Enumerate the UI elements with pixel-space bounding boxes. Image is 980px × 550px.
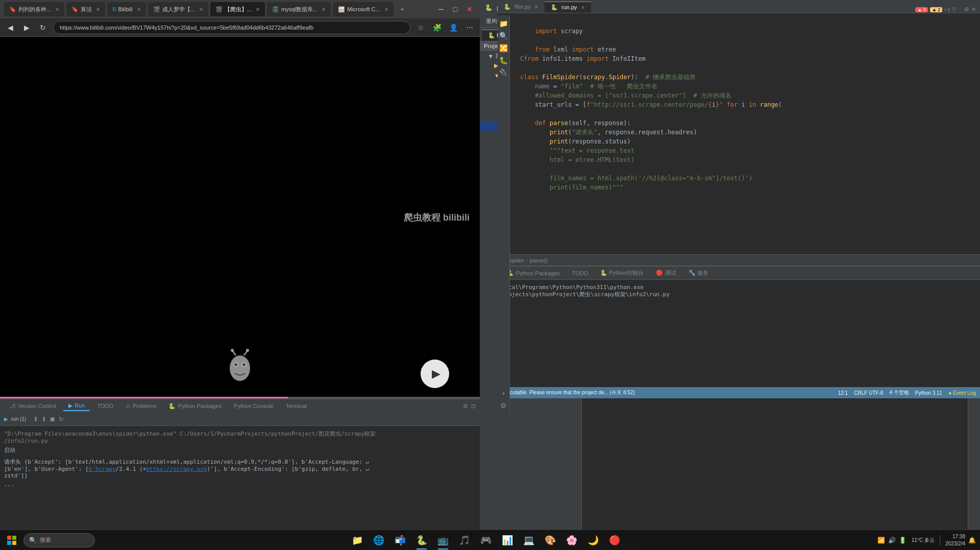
bottom-panel: ⎇ Version Control ▶ Run TODO ⚠ Problems … [0, 398, 480, 550]
close-button[interactable]: ✕ [463, 3, 476, 15]
right-tab-python-packages[interactable]: 🐍 Python Packages [502, 269, 565, 277]
right-editor-panel: 🐍 film.py ✕ 🐍 run.py ✕ ▲ 3 ▲ 2 • 3 ▽ ⚙ ✕ [498, 0, 980, 398]
maximize-button[interactable]: □ [449, 3, 461, 15]
ide-icon-4[interactable]: 🐛 [499, 56, 508, 64]
taskbar-edge[interactable]: 🌐 [369, 531, 388, 549]
taskbar-app4[interactable]: 🌸 [562, 531, 581, 549]
ide-icon-2[interactable]: 🔍 [499, 32, 508, 40]
video-watermark: 爬虫教程 bilibili [404, 211, 470, 224]
battery-icon[interactable]: 🔋 [899, 537, 906, 544]
taskbar-center: 📁 🌐 📬 🐍 📺 🎵 🎮 📊 💻 🎨 🌸 [99, 531, 873, 549]
extensions-button[interactable]: 🧩 [431, 21, 443, 34]
terminal-output: "D:\Program Files\anaconda3\envs\spider\… [0, 426, 480, 539]
right-tab-film[interactable]: 🐍 film.py ✕ [498, 2, 545, 13]
address-bar[interactable] [53, 21, 410, 34]
right-tab-todo[interactable]: TODO [567, 269, 594, 277]
tab-label: Microsoft C... [347, 6, 380, 12]
refresh-button[interactable]: ↻ [37, 21, 49, 34]
browser-tab-2[interactable]: 🔖 算法 ✕ [66, 2, 105, 16]
tray-divider [940, 535, 940, 545]
back-button[interactable]: ◀ [4, 21, 16, 34]
weather-widget[interactable]: 11°C 多云 [912, 537, 935, 544]
ide-icon-1[interactable]: 📁 [499, 19, 508, 28]
clock-date: 2023/2/4 [945, 540, 965, 547]
svg-point-8 [246, 349, 249, 352]
tab-run[interactable]: ▶ Run [63, 401, 90, 411]
browser-tab-active[interactable]: 🎬 【爬虫】... ✕ [210, 2, 265, 16]
taskbar-gaming[interactable]: 🎮 [476, 531, 496, 549]
volume-icon[interactable]: 🔊 [888, 537, 896, 544]
right-tab-run[interactable]: 🐍 run.py ✕ [545, 2, 591, 13]
close-panel-icon[interactable]: ✕ [971, 6, 976, 13]
right-tab-python-console[interactable]: 🐍 Python控制台 [595, 268, 648, 278]
right-expand-icon[interactable]: ▽ [952, 6, 956, 13]
taskbar-browser[interactable]: 📺 [433, 531, 453, 549]
taskbar-app1[interactable]: 📊 [498, 531, 517, 549]
browser-tabs: 🔖 列列的各种... ✕ 🔖 算法 ✕ B Bilibili ✕ 🎬 成人梦学【… [0, 0, 480, 18]
browser-tab-bilibili[interactable]: B Bilibili ✕ [107, 2, 145, 16]
browser-tab-new[interactable]: + [396, 2, 409, 16]
ide-icon-gear[interactable]: ⚙ [500, 401, 507, 410]
bookmark-button[interactable]: ☆ [414, 21, 427, 34]
notification-icon[interactable]: 🔔 [968, 537, 976, 544]
minimize-button[interactable]: ─ [435, 3, 447, 15]
ide-icon-5[interactable]: 🔌 [499, 68, 508, 77]
video-player[interactable]: 爬虫教程 bilibili ▶ [0, 37, 480, 398]
scrapy-url-link[interactable]: https://scrapy.org [146, 466, 207, 472]
tab-label: 成人梦学【... [162, 6, 195, 13]
right-editor-tabs: 🐍 film.py ✕ 🐍 run.py ✕ ▲ 3 ▲ 2 • 3 ▽ ⚙ ✕ [498, 0, 980, 13]
play-button[interactable]: ▶ [421, 360, 449, 388]
side-toolbar: 📁 🔍 🔀 🐛 🔌 + ⚙ [498, 15, 510, 414]
taskbar-app3[interactable]: 🎨 [541, 531, 560, 549]
tab-todo[interactable]: TODO [92, 402, 118, 410]
browser-tab-ms[interactable]: 🪟 Microsoft C... ✕ [333, 2, 394, 16]
tab-problems[interactable]: ⚠ Problems [120, 402, 161, 411]
search-icon: 🔍 [29, 537, 37, 544]
browser-window: 🔖 列列的各种... ✕ 🔖 算法 ✕ B Bilibili ✕ 🎬 成人梦学【… [0, 0, 480, 398]
right-code-editor[interactable]: import scrapy from lxml import etree Cfr… [498, 13, 980, 254]
right-bottom-panel: 🐍 Python Packages TODO 🐍 Python控制台 🔴 调试 … [498, 266, 980, 398]
taskbar-app6[interactable]: 🔴 [605, 531, 624, 549]
taskbar-files[interactable]: 📁 [348, 531, 367, 549]
menu-button[interactable]: ⋯ [463, 21, 476, 34]
temperature: 11°C 多云 [912, 537, 935, 544]
taskbar-pycharm[interactable]: 🐍 [412, 531, 431, 549]
svg-rect-12 [12, 541, 16, 545]
browser-tab-4[interactable]: 🎬 成人梦学【... ✕ [148, 2, 208, 16]
taskbar-app5[interactable]: 🌙 [583, 531, 603, 549]
taskbar-mail[interactable]: 📬 [390, 531, 410, 549]
tab-label: Bilibili [118, 6, 133, 12]
taskbar-music[interactable]: 🎵 [455, 531, 474, 549]
taskbar-left: 🔍 搜索 [0, 533, 99, 548]
tab-python-packages[interactable]: 🐍 Python Packages [163, 402, 227, 411]
system-clock[interactable]: 17:38 2023/2/4 [945, 533, 965, 547]
tab-version-control[interactable]: ⎇ Version Control [4, 402, 61, 411]
tab-label: mysql数据库... [281, 6, 317, 13]
browser-tab-mysql[interactable]: 🗄️ mysql数据库... ✕ [267, 2, 331, 16]
bottom-panel-tabs: ⎇ Version Control ▶ Run TODO ⚠ Problems … [0, 399, 480, 413]
taskbar-app2[interactable]: 💻 [519, 531, 538, 549]
ide-icon-settings[interactable]: + [501, 389, 505, 397]
right-breadcrumb: lmSpider › parse() [498, 254, 980, 266]
tab-label: 【爬虫】... [225, 6, 252, 13]
tab-python-console[interactable]: Python Console [229, 402, 279, 410]
windows-taskbar: 🔍 搜索 📁 🌐 📬 🐍 📺 🎵 🎮 📊 💻 [0, 530, 980, 550]
forward-button[interactable]: ▶ [20, 21, 33, 34]
taskbar-search[interactable]: 🔍 搜索 [23, 533, 95, 547]
right-code-text[interactable]: import scrapy from lxml import etree Cfr… [516, 13, 980, 254]
tab-terminal[interactable]: Terminal [281, 402, 312, 410]
right-tab-debug[interactable]: 🔴 调试 [651, 268, 681, 278]
settings-icon[interactable]: ⚙ [964, 6, 969, 13]
right-terminal-output: Local\Programs\Python\Python311\python.e… [498, 280, 980, 387]
start-button[interactable] [4, 533, 19, 548]
right-tab-services[interactable]: 🔧 服务 [683, 268, 714, 278]
svg-rect-11 [7, 541, 11, 545]
run-label: run (1) [11, 416, 26, 422]
browser-tab-1[interactable]: 🔖 列列的各种... ✕ [4, 2, 64, 16]
network-icon[interactable]: 📶 [877, 537, 885, 544]
tab-label: 列列的各种... [18, 6, 51, 13]
svg-rect-9 [7, 536, 11, 540]
account-button[interactable]: 👤 [447, 21, 459, 34]
scrapy-link[interactable]: b'Scrapy [89, 466, 116, 472]
ide-icon-3[interactable]: 🔀 [499, 44, 508, 52]
